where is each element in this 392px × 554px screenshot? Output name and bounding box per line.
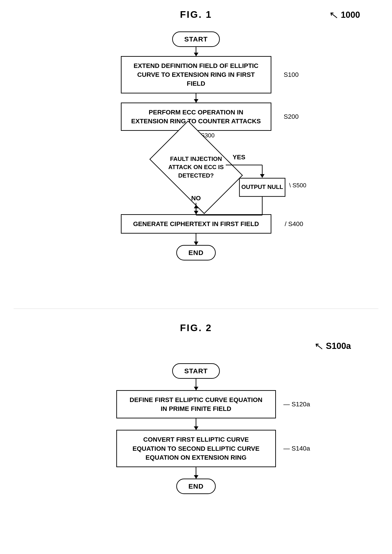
fig1-ref: ↗ 1000 bbox=[330, 9, 360, 21]
squiggle-icon: ↗ bbox=[330, 9, 339, 21]
no-label: NO bbox=[191, 195, 201, 202]
s140a-node: CONVERT FIRST ELLIPTIC CURVE EQUATION TO… bbox=[116, 430, 276, 467]
s140a-label: — S140a bbox=[283, 445, 310, 452]
s400-node: GENERATE CIPHERTEXT IN FIRST FIELD bbox=[121, 214, 271, 234]
fig2-flow: START DEFINE FIRST ELLIPTIC CURVE EQUATI… bbox=[14, 359, 378, 494]
s100-wrapper: EXTEND DEFINITION FIELD OF ELLIPTIC CURV… bbox=[121, 56, 271, 93]
svg-marker-2 bbox=[260, 174, 265, 178]
fig1-section: FIG. 1 ↗ 1000 START EXTEND DEFINITION FI… bbox=[14, 9, 378, 290]
fig1-start-node: START bbox=[172, 31, 220, 47]
fig2-start-node: START bbox=[172, 363, 220, 379]
fig1-flow: START EXTEND DEFINITION FIELD OF ELLIPTI… bbox=[14, 27, 378, 290]
s500-text: OUTPUT NULL bbox=[241, 183, 283, 190]
fig-divider bbox=[14, 309, 378, 309]
fig2-end-node: END bbox=[176, 478, 216, 494]
s100-label: S100 bbox=[284, 71, 299, 78]
s120a-label: — S120a bbox=[283, 401, 310, 408]
s200-node: PERFORM ECC OPERATION IN EXTENSION RING … bbox=[121, 103, 271, 131]
s200-wrapper: PERFORM ECC OPERATION IN EXTENSION RING … bbox=[121, 103, 271, 131]
s500-label: \ S500 bbox=[289, 182, 306, 189]
fig2-title: FIG. 2 bbox=[14, 322, 378, 333]
fig1-title: FIG. 1 bbox=[14, 9, 378, 20]
no-branch: NO GENERATE CIPHERTEXT IN FIRST FIELD / … bbox=[121, 195, 271, 261]
s400-wrapper: GENERATE CIPHERTEXT IN FIRST FIELD / S40… bbox=[121, 214, 271, 234]
s120a-wrapper: DEFINE FIRST ELLIPTIC CURVE EQUATION IN … bbox=[116, 390, 276, 418]
fig2-section: FIG. 2 ↗ S100a START DEFINE FIRST ELLIPT… bbox=[14, 322, 378, 494]
page: FIG. 1 ↗ 1000 START EXTEND DEFINITION FI… bbox=[0, 0, 392, 554]
fig2-squiggle-icon: ↗ bbox=[316, 340, 324, 352]
fig2-ref: ↗ S100a bbox=[14, 340, 351, 352]
s100-node: EXTEND DEFINITION FIELD OF ELLIPTIC CURV… bbox=[121, 56, 271, 93]
s300-section: FAULT INJECTION ATTACK ON ECC IS DETECTE… bbox=[14, 140, 378, 290]
s400-label: / S400 bbox=[285, 220, 303, 228]
fig1-end-node: END bbox=[176, 245, 216, 261]
s200-label: S200 bbox=[284, 113, 299, 120]
svg-rect-3 bbox=[239, 178, 285, 196]
s300-diamond-wrapper: FAULT INJECTION ATTACK ON ECC IS DETECTE… bbox=[157, 140, 235, 195]
s140a-wrapper: CONVERT FIRST ELLIPTIC CURVE EQUATION TO… bbox=[116, 430, 276, 467]
s120a-node: DEFINE FIRST ELLIPTIC CURVE EQUATION IN … bbox=[116, 390, 276, 418]
